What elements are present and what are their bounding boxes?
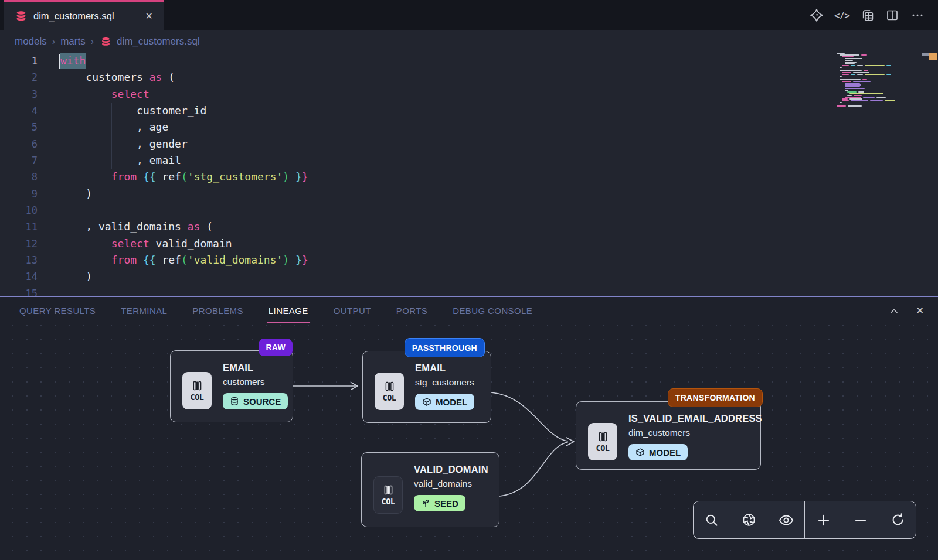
lineage-toolbar <box>693 501 916 539</box>
code-line: 12 select valid_domain <box>0 235 832 252</box>
column-name: EMAIL <box>223 362 287 373</box>
code-line: 15 <box>0 285 832 296</box>
minimap[interactable] <box>837 53 925 296</box>
overview-ruler-marker <box>929 53 937 60</box>
split-editor-icon[interactable] <box>885 8 900 23</box>
raw-badge: RAW <box>259 339 293 356</box>
code-line: 2 customers as ( <box>0 69 832 86</box>
panel-tab-query-results[interactable]: QUERY RESULTS <box>19 297 96 325</box>
column-name: VALID_DOMAIN <box>414 464 493 475</box>
model-tag: MODEL <box>628 444 688 460</box>
zoom-in-icon[interactable] <box>814 510 834 530</box>
copy-table-icon[interactable] <box>859 8 875 23</box>
line-number: 7 <box>0 152 38 169</box>
aperture-icon[interactable] <box>739 510 759 530</box>
line-number: 3 <box>0 86 38 103</box>
database-icon <box>100 36 111 47</box>
refresh-icon[interactable] <box>888 510 908 530</box>
dbt-logo-icon[interactable] <box>809 8 824 23</box>
cube-icon <box>635 448 645 457</box>
database-icon <box>230 397 239 406</box>
panel-tab-lineage[interactable]: LINEAGE <box>269 297 308 325</box>
chevron-up-icon[interactable] <box>888 305 900 317</box>
column-chip: COL <box>373 476 403 514</box>
line-number: 11 <box>0 218 38 235</box>
line-number: 2 <box>0 69 38 86</box>
panel-tab-ports[interactable]: PORTS <box>396 297 427 325</box>
panel-tab-bar: QUERY RESULTSTERMINALPROBLEMSLINEAGEOUTP… <box>0 297 938 325</box>
lineage-node-customers[interactable]: RAW COL EMAIL customers SOURCE <box>170 350 293 422</box>
editor-tab-dim-customers[interactable]: dim_customers.sql ✕ <box>4 0 164 30</box>
columns-icon <box>383 380 396 392</box>
code-line: 14 ) <box>0 268 832 285</box>
line-number: 9 <box>0 186 38 202</box>
code-line: 3 select <box>0 86 832 103</box>
minimap-line <box>837 105 925 107</box>
tab-title: dim_customers.sql <box>33 11 137 22</box>
line-number: 8 <box>0 169 38 185</box>
editor-tab-bar: dim_customers.sql ✕ </> <box>0 0 938 30</box>
panel-tab-problems[interactable]: PROBLEMS <box>192 297 243 325</box>
seed-tag: SEED <box>414 495 465 511</box>
bottom-panel: QUERY RESULTSTERMINALPROBLEMSLINEAGEOUTP… <box>0 296 938 560</box>
breadcrumb-models[interactable]: models <box>15 36 47 47</box>
code-line: 5 , age <box>0 119 832 135</box>
column-chip: COL <box>588 423 617 460</box>
line-number: 5 <box>0 119 38 135</box>
passthrough-badge: PASSTHROUGH <box>405 338 485 357</box>
database-icon <box>15 10 28 23</box>
column-name: IS_VALID_EMAIL_ADDRESS <box>628 413 755 424</box>
line-number: 1 <box>0 53 38 69</box>
eye-icon[interactable] <box>776 510 796 530</box>
code-line: 13 from {{ ref('valid_domains') }} <box>0 252 832 268</box>
code-line: 11 , valid_domains as ( <box>0 218 832 235</box>
code-editor[interactable]: 1with2 customers as (3 select4 customer_… <box>0 53 938 296</box>
breadcrumb-marts[interactable]: marts <box>60 36 86 47</box>
column-name: EMAIL <box>415 363 485 374</box>
cube-icon <box>422 397 431 407</box>
more-actions-icon[interactable] <box>910 8 925 23</box>
source-tag: SOURCE <box>223 393 288 409</box>
zoom-out-icon[interactable] <box>851 510 871 530</box>
panel-header-actions: ✕ <box>888 297 926 325</box>
panel-close-icon[interactable]: ✕ <box>913 305 926 317</box>
code-lines: 1with2 customers as (3 select4 customer_… <box>0 53 832 296</box>
code-line: 1with <box>0 53 832 69</box>
lineage-node-valid-domains[interactable]: COL VALID_DOMAIN valid_domains SEED <box>361 452 499 527</box>
line-number: 12 <box>0 235 38 252</box>
columns-icon <box>382 484 395 496</box>
code-line: 10 <box>0 202 832 218</box>
code-line: 4 customer_id <box>0 103 832 119</box>
line-number: 14 <box>0 268 38 285</box>
lineage-node-stg-customers[interactable]: PASSTHROUGH COL EMAIL stg_customers MODE… <box>362 351 491 423</box>
lineage-canvas[interactable]: RAW COL EMAIL customers SOURCE PASSTHROU… <box>0 325 938 560</box>
breadcrumb-file[interactable]: dim_customers.sql <box>117 36 200 47</box>
transformation-badge: TRANSFORMATION <box>668 388 763 407</box>
line-number: 15 <box>0 285 38 296</box>
model-name: dim_customers <box>628 428 755 438</box>
code-preview-icon[interactable]: </> <box>834 8 849 23</box>
search-icon[interactable] <box>702 510 722 530</box>
breadcrumb-separator: › <box>52 36 55 47</box>
editor-actions: </> <box>809 0 925 30</box>
columns-icon <box>597 431 609 443</box>
line-number: 6 <box>0 136 38 152</box>
text-cursor <box>59 54 60 69</box>
breadcrumb-separator: › <box>91 36 94 47</box>
model-name: stg_customers <box>415 377 485 388</box>
lineage-node-dim-customers[interactable]: TRANSFORMATION COL IS_VALID_EMAIL_ADDRES… <box>576 401 761 470</box>
line-number: 13 <box>0 252 38 268</box>
line-number: 10 <box>0 202 38 218</box>
column-chip: COL <box>375 373 404 410</box>
app-window: dim_customers.sql ✕ </> models › marts <box>0 0 938 560</box>
panel-tab-output[interactable]: OUTPUT <box>334 297 371 325</box>
code-line: 8 from {{ ref('stg_customers') }} <box>0 169 832 185</box>
code-line: 9 ) <box>0 186 832 202</box>
line-number: 4 <box>0 103 38 119</box>
breadcrumb: models › marts › dim_customers.sql <box>15 30 200 53</box>
panel-tab-terminal[interactable]: TERMINAL <box>121 297 167 325</box>
model-tag: MODEL <box>415 394 474 410</box>
overview-ruler-tick <box>922 53 929 56</box>
panel-tab-debug-console[interactable]: DEBUG CONSOLE <box>453 297 532 325</box>
tab-close-icon[interactable]: ✕ <box>143 9 155 23</box>
